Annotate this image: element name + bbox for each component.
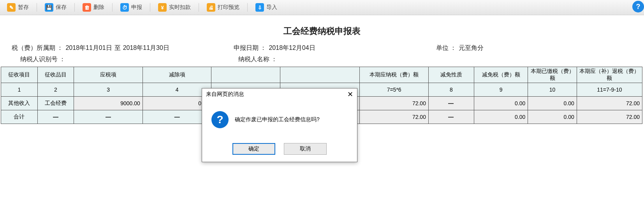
r10: 0.00 bbox=[528, 97, 577, 110]
print-preview-label: 打印预览 bbox=[218, 4, 239, 11]
confirm-dialog: 来自网页的消息 ✕ ? 确定作废已申报的工会经费信息吗? 确定 取消 bbox=[202, 88, 357, 162]
r2: 工会经费 bbox=[37, 97, 74, 110]
t10: 0.00 bbox=[528, 110, 577, 124]
trash-icon: 🗑 bbox=[83, 3, 91, 12]
page-title: 工会经费纳税申报表 bbox=[0, 25, 644, 37]
save-icon: 💾 bbox=[45, 3, 53, 12]
dialog-buttons: 确定 取消 bbox=[202, 138, 357, 162]
separator bbox=[199, 3, 199, 12]
money-icon: ¥ bbox=[158, 3, 167, 12]
r1: 其他收入 bbox=[1, 97, 38, 110]
separator bbox=[112, 3, 113, 12]
close-icon[interactable]: ✕ bbox=[347, 91, 353, 98]
meta-row-2: 纳税人识别号 ： 纳税人名称 ： bbox=[0, 55, 644, 64]
delete-button[interactable]: 🗑 删除 bbox=[79, 2, 108, 13]
f9: 9 bbox=[474, 83, 528, 97]
header-row: 征收项目 征收品目 应税项 减除项 本期应纳税（费）额 减免性质 减免税（费）额… bbox=[1, 67, 642, 83]
t1: 合计 bbox=[1, 110, 38, 124]
tempsave-icon: ✎ bbox=[7, 3, 16, 12]
f11: 11=7-9-10 bbox=[577, 83, 642, 97]
import-label: 导入 bbox=[266, 4, 277, 11]
r3[interactable]: 9000.00 bbox=[74, 97, 143, 110]
toolbar: ✎ 暂存 💾 保存 🗑 删除 ⏱ 申报 ¥ 实时扣款 🖨 打印预览 ⇩ 导入 ? bbox=[0, 0, 644, 15]
declare-button[interactable]: ⏱ 申报 bbox=[116, 2, 146, 13]
th-2: 征收品目 bbox=[37, 67, 74, 83]
f7: 7=5*6 bbox=[360, 83, 429, 97]
question-icon: ? bbox=[211, 111, 229, 128]
meta-row-1: 税（费）所属期 ： 2018年11月01日 至 2018年11月30日 申报日期… bbox=[0, 44, 644, 52]
import-button[interactable]: ⇩ 导入 bbox=[252, 2, 281, 13]
tempsave-label: 暂存 bbox=[18, 4, 29, 11]
th-8: 减免性质 bbox=[428, 67, 474, 83]
r4[interactable]: 0.00 bbox=[143, 97, 211, 110]
th-10: 本期已缴税（费）额 bbox=[528, 67, 577, 83]
r11: 72.00 bbox=[577, 97, 642, 110]
save-button[interactable]: 💾 保存 bbox=[41, 2, 70, 13]
ok-button[interactable]: 确定 bbox=[232, 143, 275, 155]
separator bbox=[150, 3, 150, 12]
declaredate-value: 2018年12月04日 bbox=[269, 44, 315, 52]
period-end: 2018年11月30日 bbox=[123, 44, 169, 52]
dialog-title: 来自网页的消息 bbox=[206, 91, 244, 98]
dialog-body: ? 确定作废已申报的工会经费信息吗? bbox=[202, 100, 357, 138]
period-label: 税（费）所属期 ： bbox=[12, 44, 63, 52]
t8: — bbox=[428, 110, 474, 124]
th-3: 应税项 bbox=[74, 67, 143, 83]
t9: 0.00 bbox=[474, 110, 528, 124]
separator bbox=[247, 3, 248, 12]
f2: 2 bbox=[37, 83, 74, 97]
dialog-header: 来自网页的消息 ✕ bbox=[202, 88, 357, 100]
clock-icon: ⏱ bbox=[120, 3, 129, 12]
taxpayername-label: 纳税人名称 ： bbox=[238, 55, 277, 64]
separator bbox=[74, 3, 75, 12]
cancel-button[interactable]: 取消 bbox=[284, 143, 327, 155]
t11: 72.00 bbox=[577, 110, 642, 124]
import-icon: ⇩ bbox=[255, 3, 264, 12]
help-icon[interactable]: ? bbox=[632, 1, 644, 12]
f3: 3 bbox=[74, 83, 143, 97]
taxpayerid-label: 纳税人识别号 ： bbox=[20, 55, 65, 64]
save-label: 保存 bbox=[56, 4, 67, 11]
th-9: 减免税（费）额 bbox=[474, 67, 528, 83]
f4: 4 bbox=[143, 83, 211, 97]
th-11: 本期应（补）退税（费）额 bbox=[577, 67, 642, 83]
period-to: 至 bbox=[114, 44, 121, 52]
period-start: 2018年11月01日 bbox=[65, 44, 112, 52]
realtime-deduct-label: 实时扣款 bbox=[169, 4, 191, 11]
th-7: 本期应纳税（费）额 bbox=[360, 67, 429, 83]
t3: — bbox=[74, 110, 143, 124]
f10: 10 bbox=[528, 83, 577, 97]
print-preview-button[interactable]: 🖨 打印预览 bbox=[203, 2, 243, 13]
declaredate-label: 申报日期 ： bbox=[234, 44, 266, 52]
t4: — bbox=[143, 110, 211, 124]
unit-value: 元至角分 bbox=[459, 44, 484, 52]
separator bbox=[37, 3, 37, 12]
delete-label: 删除 bbox=[93, 4, 104, 11]
th-5 bbox=[211, 67, 280, 83]
r8: — bbox=[428, 97, 474, 110]
tempsave-button[interactable]: ✎ 暂存 bbox=[3, 2, 33, 13]
th-6 bbox=[280, 67, 360, 83]
f8: 8 bbox=[428, 83, 474, 97]
th-4: 减除项 bbox=[143, 67, 211, 83]
f1: 1 bbox=[1, 83, 38, 97]
dialog-message: 确定作废已申报的工会经费信息吗? bbox=[235, 116, 320, 123]
declare-label: 申报 bbox=[131, 4, 142, 11]
r9: 0.00 bbox=[474, 97, 528, 110]
t7: 72.00 bbox=[360, 110, 429, 124]
r7: 72.00 bbox=[360, 97, 429, 110]
th-1: 征收项目 bbox=[1, 67, 38, 83]
realtime-deduct-button[interactable]: ¥ 实时扣款 bbox=[154, 2, 195, 13]
unit-label: 单位 ： bbox=[436, 44, 456, 52]
t2: — bbox=[37, 110, 74, 124]
printer-icon: 🖨 bbox=[207, 3, 215, 12]
